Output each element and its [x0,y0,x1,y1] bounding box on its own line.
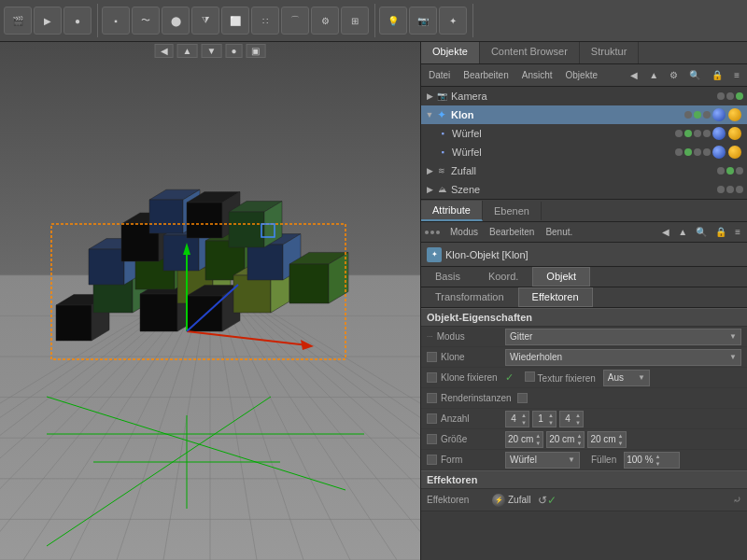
groesse-cb[interactable] [427,434,437,444]
w2-dot2 [684,148,692,156]
objekte-menu[interactable]: Objekte [562,69,601,81]
textur-fix-cb[interactable] [525,371,535,382]
props-panel: Attribute Ebenen Modus Bearbeiten Benut.… [421,200,747,560]
klone-checkbox[interactable] [427,352,437,362]
sphere-btn[interactable]: ⬤ [162,7,190,35]
anzahl-cb[interactable] [427,413,437,424]
kamera-label: Kamera [451,91,487,102]
modus-value: Gitter [510,331,532,342]
klone-dropdown[interactable]: Wiederholen ▼ [505,349,741,366]
groesse-val3[interactable]: 20 cm ▲ ▼ [587,431,626,448]
bool-btn[interactable]: ⊞ [341,7,369,35]
effekt-refresh-btn[interactable]: ↺ [538,494,547,507]
props-back-btn[interactable]: ◀ [659,226,672,238]
deform-btn[interactable]: ⧩ [191,7,219,35]
textur-dropdown[interactable]: Aus ▼ [603,370,650,386]
tab-content-browser[interactable]: Content Browser [480,42,580,63]
bearbeiten-menu[interactable]: Bearbeiten [459,69,512,81]
obj-toolbar-arrow-right[interactable]: ▲ [645,69,662,81]
props-lock[interactable]: 🔒 [712,226,729,238]
klone-label: Klone [427,352,501,362]
tab-struktur[interactable]: Struktur [580,42,640,63]
effekt-zufall-icon: ⚡ [492,494,505,507]
obj-toolbar-arrow-left[interactable]: ◀ [627,69,641,81]
renderinstanzen-row: Renderinstanzen [421,388,747,409]
film-btn[interactable]: 🎬 [4,7,32,35]
klone-fix-cb[interactable] [427,372,437,383]
klon-obj-icon: ✦ [427,247,442,262]
obj-row-zufall[interactable]: ▶ ≋ Zufall [421,161,747,180]
obj-row-wuerfel2[interactable]: ▪ Würfel [432,143,747,161]
tab-ebenen[interactable]: Ebenen [483,202,542,220]
light-btn[interactable]: 💡 [379,7,407,35]
anzahl-val2[interactable]: 1 ▲ ▼ [532,411,557,427]
vp-nav-down[interactable]: ▼ [201,44,221,58]
props-search[interactable]: 🔍 [693,226,710,238]
bulb-btn[interactable]: ✦ [439,7,467,35]
tab-attribute[interactable]: Attribute [421,201,483,221]
vp-nav-dot[interactable]: ● [225,44,242,58]
benut-btn[interactable]: Benut. [543,226,575,238]
sub-tab-transformation[interactable]: Transformation [421,287,518,307]
curve-btn[interactable]: 〜 [132,7,160,35]
vp-nav-grid[interactable]: ▣ [246,44,265,58]
textur-fix-label: Textur fixieren [525,371,596,384]
ansicht-menu[interactable]: Ansicht [518,69,557,81]
obj-toolbar-search[interactable]: 🔍 [685,69,704,81]
spline-btn[interactable]: ⌒ [281,7,309,35]
camera-icon: 📷 [435,90,448,103]
obj-toolbar-settings[interactable]: ⚙ [666,69,682,81]
viewport-canvas [0,42,420,560]
renderinst-cb2[interactable] [517,393,528,403]
anzahl-up1: ▲ [521,412,527,419]
viewport[interactable]: ◀ ▲ ▼ ● ▣ [0,42,420,560]
tab-objekte[interactable]: Objekte [421,42,480,63]
props-arrow-up[interactable]: ▲ [675,226,690,238]
modus-btn[interactable]: Modus [447,226,481,238]
cube-btn[interactable]: ▪ [102,7,130,35]
vp-nav-left[interactable]: ◀ [155,44,174,58]
obj-row-klon[interactable]: ▼ ✦ Klon [421,105,747,124]
effekt-check: ✓ [547,494,557,507]
record-btn[interactable]: ● [63,7,92,35]
z-dot2 [726,167,734,175]
obj-row-szene[interactable]: ▶ ⛰ Szene [421,180,747,199]
obj-toolbar-lock[interactable]: 🔒 [708,69,726,81]
obj-toolbar-more[interactable]: ≡ [730,69,743,81]
groesse-dn3: ▼ [618,440,624,447]
sub-tab-basis[interactable]: Basis [421,267,474,287]
form-cb[interactable] [427,455,437,465]
groesse-val2[interactable]: 20 cm ▲ ▼ [546,431,585,448]
obj-row-wuerfel1[interactable]: ▪ Würfel [432,124,747,143]
effektoren-header: Effektoren [421,470,747,489]
play-btn[interactable]: ▶ [34,7,62,35]
klone-row: Klone Wiederholen ▼ [421,347,747,368]
modus-dropdown[interactable]: Gitter ▼ [505,329,741,345]
anzahl-val1[interactable]: 4 ▲ ▼ [505,411,529,427]
sub-tab-effektoren[interactable]: Effektoren [518,287,593,307]
fuellen-val[interactable]: 100 % ▲ ▼ [624,452,680,469]
sub-tab-koord[interactable]: Koord. [474,267,532,287]
klone-fix-check: ✓ [505,371,514,384]
array-btn[interactable]: ∷ [251,7,279,35]
camera-btn[interactable]: 📷 [409,7,437,35]
vp-nav-up[interactable]: ▲ [177,44,198,58]
w2-sphere2 [728,146,741,159]
effekt-label: Effektoren [427,495,492,505]
props-more[interactable]: ≡ [732,226,743,238]
form-dropdown[interactable]: Würfel ▼ [505,452,580,469]
anzahl-val3[interactable]: 4 ▲ ▼ [559,411,584,427]
datei-menu[interactable]: Datei [425,69,454,81]
effekt-trash-btn[interactable]: ⤾ [733,494,741,506]
wuerfel2-label: Würfel [452,147,482,158]
obj-row-kamera[interactable]: ▶ 📷 Kamera [421,87,747,105]
renderinst-cb[interactable] [427,393,437,403]
sub-tab-objekt[interactable]: Objekt [532,267,590,287]
bearbeiten-btn[interactable]: Bearbeiten [486,226,537,238]
subdiv-btn[interactable]: ⬜ [221,7,249,35]
groesse-up1: ▲ [535,432,541,440]
sym-btn[interactable]: ⚙ [311,7,339,35]
s-dot2 [726,186,734,193]
groesse-val1[interactable]: 20 cm ▲ ▼ [505,431,543,448]
effekt-item: ⚡ Zufall [492,494,530,507]
